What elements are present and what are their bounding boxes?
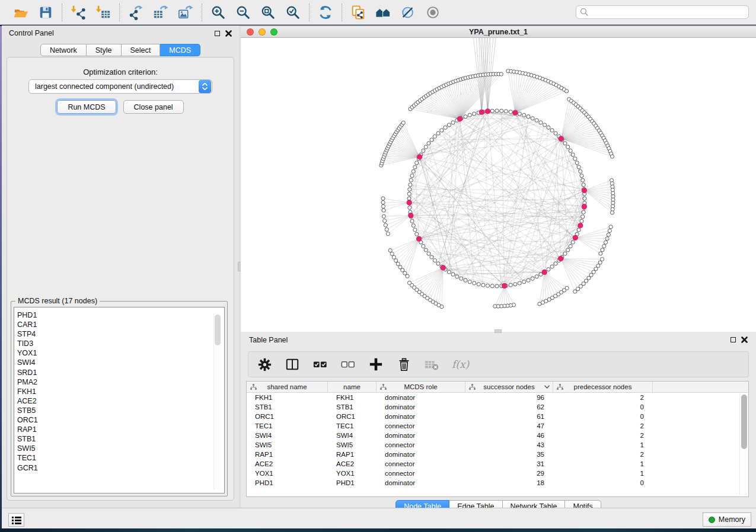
table-cell[interactable]: dominator (377, 478, 465, 488)
table-cell[interactable]: 96 (465, 393, 553, 402)
scrollbar-thumb[interactable] (741, 395, 747, 449)
select-all-button[interactable] (312, 357, 328, 372)
table-cell[interactable]: STB1 (328, 402, 377, 412)
float-panel-icon[interactable] (731, 337, 736, 342)
refresh-layout-button[interactable] (317, 4, 334, 21)
list-item[interactable]: STP4 (17, 329, 224, 339)
export-image-button[interactable] (177, 4, 194, 21)
close-panel-button[interactable]: Close panel (123, 100, 184, 114)
list-item[interactable]: FKH1 (17, 387, 224, 396)
column-header-name[interactable]: name (328, 382, 377, 392)
table-cell[interactable]: 1 (553, 469, 653, 478)
import-table-button[interactable] (95, 4, 111, 21)
column-header-successor-nodes[interactable]: successor nodes (465, 382, 553, 392)
list-item[interactable]: TID3 (17, 339, 224, 348)
table-cell[interactable]: 2 (553, 421, 653, 431)
list-item[interactable]: ORC1 (17, 415, 224, 425)
table-cell[interactable]: RAP1 (247, 450, 328, 459)
table-cell[interactable]: PHD1 (328, 478, 377, 488)
table-cell[interactable]: dominator (377, 412, 465, 421)
table-cell[interactable]: dominator (377, 402, 465, 412)
table-cell[interactable]: TEC1 (247, 421, 328, 431)
close-panel-icon[interactable] (741, 336, 748, 343)
table-settings-button[interactable] (257, 357, 272, 372)
search-network-button[interactable] (375, 4, 391, 21)
search-input[interactable] (576, 5, 749, 19)
clone-network-button[interactable] (350, 4, 366, 21)
run-mcds-button[interactable]: Run MCDS (57, 100, 116, 114)
float-panel-icon[interactable] (215, 31, 220, 36)
tab-select[interactable]: Select (122, 44, 161, 56)
zoom-window-button[interactable] (270, 28, 277, 36)
open-session-button[interactable] (12, 4, 29, 21)
network-canvas[interactable] (241, 38, 756, 332)
table-cell[interactable]: dominator (377, 431, 465, 440)
task-history-button[interactable] (8, 513, 24, 527)
network-graph[interactable] (241, 38, 756, 332)
table-cell[interactable]: STB1 (247, 402, 328, 412)
close-panel-icon[interactable] (225, 30, 232, 37)
list-item[interactable]: GCR1 (17, 463, 224, 473)
table-cell[interactable]: 31 (465, 459, 553, 469)
list-item[interactable]: ACE2 (17, 396, 224, 406)
list-item[interactable]: TEC1 (17, 453, 224, 463)
table-cell[interactable]: 0 (553, 402, 653, 412)
table-cell[interactable]: connector (377, 459, 465, 469)
table-row[interactable]: PHD1PHD1dominator180 (247, 478, 748, 488)
table-cell[interactable]: ORC1 (328, 412, 377, 421)
tab-mcds[interactable]: MCDS (160, 44, 200, 56)
column-header-mcds-role[interactable]: MCDS role (377, 382, 465, 392)
table-cell[interactable]: SWI4 (328, 431, 377, 440)
table-row[interactable]: TEC1TEC1connector472 (247, 421, 748, 431)
table-cell[interactable]: connector (377, 421, 465, 431)
table-cell[interactable]: SWI4 (247, 431, 328, 440)
export-network-button[interactable] (127, 4, 144, 21)
table-cell[interactable]: YOX1 (247, 469, 328, 478)
table-cell[interactable]: 18 (465, 478, 553, 488)
table-cell[interactable]: 1 (553, 440, 653, 450)
zoom-out-button[interactable] (235, 4, 251, 21)
show-column-button[interactable] (285, 357, 300, 372)
table-cell[interactable]: 2 (553, 450, 653, 459)
tab-network[interactable]: Network (40, 44, 87, 56)
column-header-shared-name[interactable]: shared name (247, 382, 328, 392)
import-network-button[interactable] (70, 4, 87, 21)
minimize-window-button[interactable] (259, 28, 266, 36)
delete-table-button[interactable] (424, 357, 439, 372)
table-row[interactable]: ORC1ORC1dominator610 (247, 412, 748, 421)
export-table-button[interactable] (152, 4, 169, 21)
table-cell[interactable]: FKH1 (328, 393, 377, 402)
table-cell[interactable]: ACE2 (328, 459, 377, 469)
table-row[interactable]: YOX1YOX1connector291 (247, 469, 748, 478)
list-item[interactable]: SWI5 (17, 444, 224, 453)
list-item[interactable]: YOX1 (17, 348, 224, 358)
table-cell[interactable]: 35 (465, 450, 553, 459)
table-row[interactable]: STB1STB1dominator620 (247, 402, 748, 412)
table-cell[interactable]: SWI5 (247, 440, 328, 450)
memory-button[interactable]: Memory (703, 512, 751, 527)
table-cell[interactable]: TEC1 (328, 421, 377, 431)
list-item[interactable]: STB5 (17, 406, 224, 415)
show-graphics-details-button[interactable] (425, 4, 441, 21)
mcds-result-list[interactable]: PHD1CAR1STP4TID3YOX1SWI4SRD1PMA2FKH1ACE2… (14, 307, 225, 493)
table-scrollbar[interactable] (739, 394, 748, 495)
network-window-titlebar[interactable]: YPA_prune.txt_1 (241, 27, 756, 38)
tab-style[interactable]: Style (87, 44, 122, 56)
list-item[interactable]: CAR1 (17, 320, 224, 329)
zoom-in-button[interactable] (210, 4, 227, 21)
table-row[interactable]: FKH1FKH1dominator962 (247, 393, 748, 402)
table-row[interactable]: RAP1RAP1dominator352 (247, 450, 748, 459)
table-cell[interactable]: 0 (553, 478, 653, 488)
hide-graphics-details-button[interactable] (400, 4, 416, 21)
table-cell[interactable]: 47 (465, 421, 553, 431)
table-row[interactable]: SWI4SWI4dominator462 (247, 431, 748, 440)
list-item[interactable]: STB1 (17, 434, 224, 444)
table-cell[interactable]: 62 (465, 402, 553, 412)
delete-column-button[interactable] (396, 357, 412, 372)
table-cell[interactable]: PHD1 (247, 478, 328, 488)
deselect-all-button[interactable] (340, 357, 356, 372)
horizontal-splitter-grip[interactable] (495, 329, 502, 333)
table-cell[interactable]: 29 (465, 469, 553, 478)
table-cell[interactable]: 46 (465, 431, 553, 440)
table-row[interactable]: SWI5SWI5connector431 (247, 440, 748, 450)
